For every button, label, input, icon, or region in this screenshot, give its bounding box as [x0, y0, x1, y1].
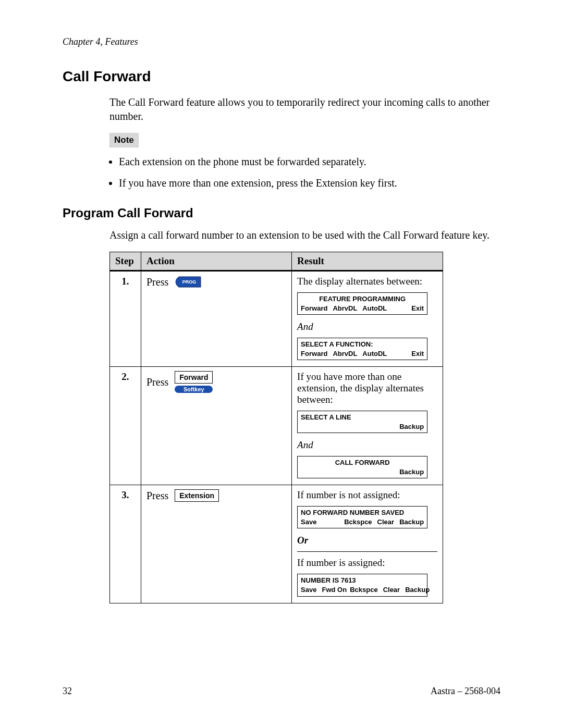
- lcd-opt: Forward: [301, 349, 327, 359]
- lcd-opt: Backup: [405, 585, 430, 595]
- table-row: 1. Press PROG The display alternates bet: [110, 271, 443, 367]
- and-label: And: [297, 321, 437, 332]
- press-label: Press: [146, 490, 168, 502]
- result-text: If you have more than one extension, the…: [297, 371, 437, 405]
- lcd-opt: Clear: [377, 517, 395, 527]
- subsection-intro: Assign a call forward number to an exten…: [109, 228, 500, 242]
- lcd-opt: Backup: [399, 517, 424, 527]
- result-text: If number is assigned:: [297, 557, 437, 569]
- lcd-opt: Bckspce: [344, 517, 372, 527]
- lcd-opt: Save: [301, 585, 316, 595]
- press-label: Press: [146, 276, 168, 288]
- prog-key-text: PROG: [182, 279, 197, 285]
- lcd-opt: AutoDL: [362, 349, 387, 359]
- lcd-opt: Exit: [411, 304, 424, 313]
- note-item: If you have more than one extension, pre…: [119, 176, 500, 190]
- note-badge: Note: [109, 133, 139, 147]
- step-number: 3.: [110, 485, 141, 603]
- step-number: 2.: [110, 367, 141, 485]
- or-label: Or: [297, 535, 437, 546]
- softkey-outline: Forward: [175, 371, 213, 384]
- col-action: Action: [141, 252, 291, 271]
- lcd-opt: Backup: [399, 467, 424, 477]
- table-row: 3. Press Extension If number is not assi…: [110, 485, 443, 603]
- section-title: Call Forward: [63, 68, 500, 85]
- lcd-opt: Clear: [383, 585, 400, 595]
- lcd-opt: Exit: [411, 349, 424, 359]
- and-label: And: [297, 439, 437, 451]
- prog-key-icon: PROG: [175, 276, 201, 288]
- lcd-display: NO FORWARD NUMBER SAVED Save Bckspce Cle…: [297, 506, 427, 528]
- lcd-opt: Bckspce: [350, 585, 377, 595]
- lcd-display: NUMBER IS 7613 Save Fwd On Bckspce Clear…: [297, 574, 427, 596]
- lcd-line1: SELECT A LINE: [301, 413, 424, 422]
- lcd-opt: Fwd On: [322, 585, 347, 595]
- lcd-line1: NUMBER IS 7613: [301, 576, 424, 585]
- lcd-opt: Backup: [399, 422, 424, 431]
- lcd-opt: AbrvDL: [333, 349, 357, 359]
- lcd-display: CALL FORWARD Backup: [297, 456, 427, 478]
- lcd-line1: FEATURE PROGRAMMING: [301, 294, 424, 304]
- lcd-line1: NO FORWARD NUMBER SAVED: [301, 508, 424, 517]
- lcd-line1: SELECT A FUNCTION:: [301, 340, 424, 349]
- lcd-opt: AbrvDL: [333, 304, 357, 313]
- note-list: Each extension on the phone must be forw…: [119, 155, 500, 190]
- step-number: 1.: [110, 271, 141, 367]
- page-number: 32: [63, 686, 72, 697]
- softkey-chip: Softkey: [175, 386, 213, 393]
- divider: [297, 551, 437, 552]
- lcd-display: SELECT A LINE Backup: [297, 411, 427, 433]
- intro-text: The Call Forward feature allows you to t…: [109, 95, 500, 124]
- procedure-table: Step Action Result 1. Press PROG: [109, 252, 443, 603]
- lcd-opt: Save: [301, 517, 316, 527]
- lcd-opt: AutoDL: [362, 304, 387, 313]
- press-label: Press: [146, 376, 168, 388]
- lcd-line1: CALL FORWARD: [301, 458, 424, 467]
- table-row: 2. Press Forward Softkey If you have mor…: [110, 367, 443, 485]
- lcd-display: FEATURE PROGRAMMING Forward AbrvDL AutoD…: [297, 292, 427, 315]
- subsection-title: Program Call Forward: [63, 206, 500, 220]
- forward-softkey-icon: Forward Softkey: [175, 371, 213, 393]
- chapter-header: Chapter 4, Features: [63, 36, 500, 47]
- lcd-opt: Forward: [301, 304, 327, 313]
- lcd-display: SELECT A FUNCTION: Forward AbrvDL AutoDL…: [297, 338, 427, 360]
- note-item: Each extension on the phone must be forw…: [119, 155, 500, 169]
- doc-id: Aastra – 2568-004: [431, 686, 500, 697]
- extension-key-icon: Extension: [175, 489, 219, 502]
- result-text: The display alternates between:: [297, 276, 437, 287]
- col-step: Step: [110, 252, 141, 271]
- col-result: Result: [292, 252, 443, 271]
- result-text: If number is not assigned:: [297, 489, 437, 501]
- page-footer: 32 Aastra – 2568-004: [63, 686, 500, 697]
